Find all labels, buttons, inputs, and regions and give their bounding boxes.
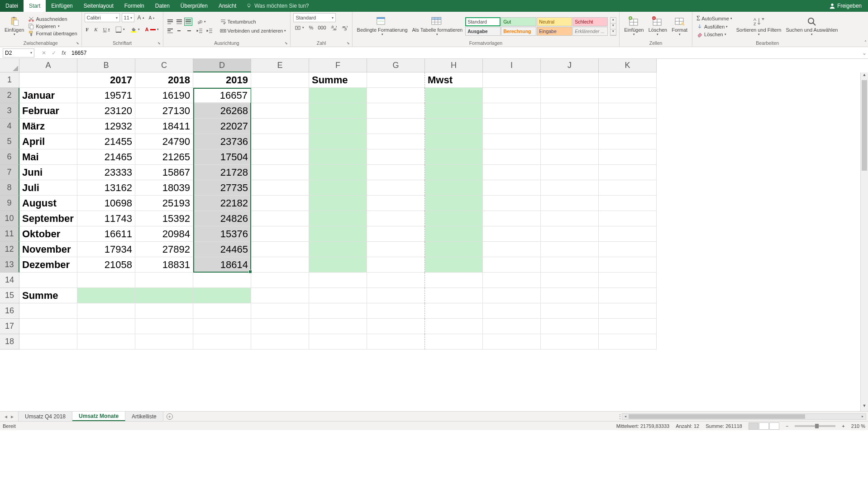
cell[interactable]: [541, 103, 599, 119]
cell[interactable]: [541, 273, 599, 288]
cell[interactable]: Mai: [19, 149, 77, 165]
style-schlecht[interactable]: Schlecht: [572, 17, 608, 26]
row-header-7[interactable]: 7: [0, 165, 19, 180]
column-header-K[interactable]: K: [599, 59, 657, 72]
cell[interactable]: [425, 165, 483, 180]
cell[interactable]: 27735: [193, 180, 251, 196]
scroll-down-button[interactable]: ▼: [861, 403, 868, 411]
decrease-indent-button[interactable]: [195, 27, 204, 34]
cell[interactable]: [367, 303, 425, 319]
copy-button[interactable]: Kopieren▾: [27, 23, 78, 30]
cell[interactable]: 24790: [135, 134, 193, 149]
zoom-value[interactable]: 210 %: [851, 423, 865, 429]
fill-color-button[interactable]: ▾: [129, 26, 141, 33]
cell[interactable]: [367, 226, 425, 242]
cell[interactable]: [251, 165, 309, 180]
cell[interactable]: [367, 72, 425, 88]
cell[interactable]: [19, 303, 77, 319]
cell[interactable]: [425, 242, 483, 257]
font-launcher[interactable]: ⬊: [157, 41, 162, 46]
horizontal-scrollbar[interactable]: ◂ ▸: [622, 413, 866, 420]
cell[interactable]: [425, 288, 483, 303]
cell[interactable]: [541, 196, 599, 211]
align-launcher[interactable]: ⬊: [285, 41, 289, 46]
column-header-E[interactable]: E: [251, 59, 309, 72]
cell[interactable]: Summe: [309, 72, 367, 88]
align-right-button[interactable]: [184, 27, 192, 35]
cell[interactable]: Mwst: [425, 72, 483, 88]
cell[interactable]: 16190: [135, 88, 193, 103]
tab-start[interactable]: Start: [24, 0, 46, 12]
find-select-button[interactable]: Suchen und Auswählen▾: [784, 15, 839, 37]
cell[interactable]: [541, 288, 599, 303]
cell[interactable]: 23333: [77, 165, 135, 180]
cell[interactable]: [309, 242, 367, 257]
cell[interactable]: [367, 242, 425, 257]
cell[interactable]: [425, 134, 483, 149]
cell[interactable]: [541, 88, 599, 103]
cell[interactable]: [251, 180, 309, 196]
cell[interactable]: Januar: [19, 88, 77, 103]
cell[interactable]: [309, 180, 367, 196]
column-header-D[interactable]: D: [193, 59, 251, 72]
cell[interactable]: [541, 149, 599, 165]
cell[interactable]: [541, 242, 599, 257]
cell[interactable]: [541, 180, 599, 196]
cell[interactable]: [251, 319, 309, 334]
style-berechnung[interactable]: Berechnung: [501, 27, 536, 36]
sheet-nav-prev-icon[interactable]: ◂: [5, 413, 7, 420]
column-header-F[interactable]: F: [309, 59, 367, 72]
cell[interactable]: [599, 72, 657, 88]
cell[interactable]: 2017: [77, 72, 135, 88]
cell[interactable]: Februar: [19, 103, 77, 119]
cell[interactable]: [483, 72, 541, 88]
zoom-in-button[interactable]: +: [842, 423, 844, 429]
percent-button[interactable]: %: [307, 24, 315, 31]
cell[interactable]: [599, 103, 657, 119]
cell[interactable]: [367, 119, 425, 134]
cell[interactable]: 17504: [193, 149, 251, 165]
column-header-B[interactable]: B: [77, 59, 135, 72]
cell[interactable]: Summe: [19, 288, 77, 303]
cell[interactable]: [425, 273, 483, 288]
cell[interactable]: 24826: [193, 211, 251, 226]
cell[interactable]: Dezember: [19, 257, 77, 273]
cell[interactable]: [193, 303, 251, 319]
cell[interactable]: [541, 119, 599, 134]
cell[interactable]: [309, 303, 367, 319]
increase-decimal-button[interactable]: ,0,00: [329, 24, 339, 31]
cell[interactable]: [19, 273, 77, 288]
row-header-6[interactable]: 6: [0, 149, 19, 165]
conditional-formatting-button[interactable]: Bedingte Formatierung▾: [355, 15, 410, 37]
cell[interactable]: 27130: [135, 103, 193, 119]
row-header-4[interactable]: 4: [0, 119, 19, 134]
cell[interactable]: [599, 226, 657, 242]
cell[interactable]: [77, 303, 135, 319]
paste-button[interactable]: Einfügen ▾: [3, 15, 26, 37]
cell[interactable]: [425, 180, 483, 196]
decrease-font-button[interactable]: A▾: [148, 13, 156, 22]
align-bottom-button[interactable]: [184, 18, 192, 26]
cell[interactable]: [309, 334, 367, 350]
cell[interactable]: [135, 303, 193, 319]
cell[interactable]: [251, 119, 309, 134]
cell[interactable]: 15376: [193, 226, 251, 242]
sheet-nav[interactable]: ◂▸: [0, 412, 19, 421]
cell[interactable]: 18411: [135, 119, 193, 134]
vertical-scrollbar[interactable]: ▲ ▼: [860, 72, 868, 411]
bold-button[interactable]: F: [85, 26, 91, 33]
style-gallery-more[interactable]: ▴▾▾: [610, 17, 616, 36]
orientation-button[interactable]: ab▾: [195, 18, 214, 25]
cell[interactable]: [309, 319, 367, 334]
cell[interactable]: 18039: [135, 180, 193, 196]
row-header-9[interactable]: 9: [0, 196, 19, 211]
cell[interactable]: März: [19, 119, 77, 134]
cell[interactable]: [541, 211, 599, 226]
cell[interactable]: [483, 319, 541, 334]
expand-formula-bar-button[interactable]: ⌄: [861, 50, 868, 56]
cell[interactable]: [425, 119, 483, 134]
collapse-ribbon-button[interactable]: ˄: [864, 40, 867, 45]
cells-area[interactable]: 201720182019SummeMwstJanuar1957116190166…: [19, 72, 657, 350]
style-ausgabe[interactable]: Ausgabe: [465, 27, 501, 36]
cell[interactable]: [77, 334, 135, 350]
